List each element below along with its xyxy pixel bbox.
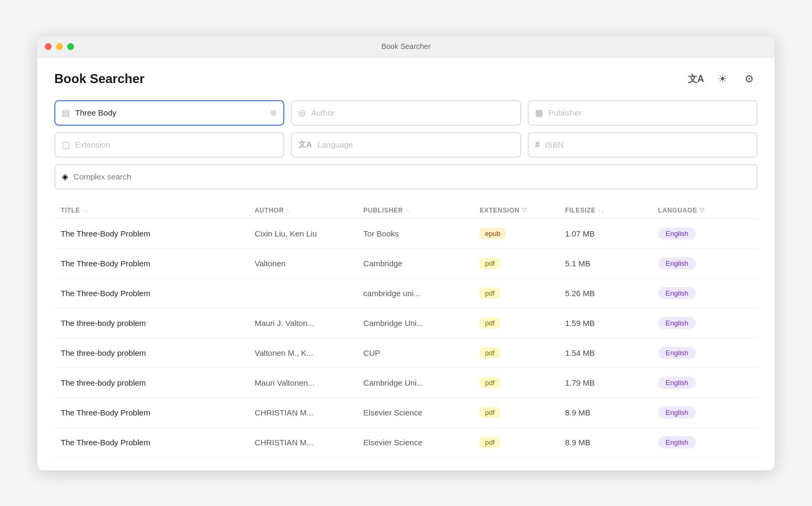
language-badge: English: [658, 227, 696, 240]
maximize-button[interactable]: [67, 43, 74, 50]
extension-badge: pdf: [480, 377, 500, 388]
cell-filesize: 5.1 MB: [565, 259, 658, 268]
publisher-input[interactable]: [548, 108, 750, 117]
extension-badge: pdf: [480, 407, 500, 418]
cell-filesize: 1.54 MB: [565, 348, 658, 357]
app-window: Book Searcher Book Searcher 文A ☀ ⚙ ▤: [37, 36, 775, 470]
extension-icon: ▢: [62, 140, 70, 150]
language-icon: 文A: [298, 140, 312, 150]
cell-language: English: [658, 227, 751, 240]
extension-sort-icon: ▽: [522, 207, 527, 214]
cell-extension: pdf: [480, 377, 565, 388]
cell-extension: pdf: [480, 288, 565, 299]
cell-filesize: 1.59 MB: [565, 319, 658, 328]
cell-language: English: [658, 347, 751, 359]
table-row[interactable]: The three-body problem Mauri Valtonen...…: [54, 368, 758, 398]
table-body: The Three-Body Problem Cixin Liu, Ken Li…: [54, 219, 758, 458]
cell-filesize: 5.26 MB: [565, 289, 658, 298]
language-search-wrap: 文A: [291, 132, 521, 158]
cell-publisher: Cambridge: [363, 259, 480, 268]
cell-publisher: Cambridge Uni...: [363, 378, 480, 387]
cell-publisher: Tor Books: [363, 229, 480, 238]
complex-search-input[interactable]: [73, 172, 750, 181]
clear-title-button[interactable]: ⊗: [270, 108, 277, 118]
extension-badge: epub: [480, 228, 506, 239]
column-publisher[interactable]: PUBLISHER ↑↓: [363, 207, 480, 214]
language-badge: English: [658, 257, 696, 270]
brightness-icon-button[interactable]: ☀: [714, 70, 731, 87]
language-input[interactable]: [317, 140, 513, 149]
settings-icon: ⚙: [744, 72, 754, 85]
header-icons: 文A ☀ ⚙: [687, 70, 758, 87]
cell-author: Mauri J. Valton...: [255, 319, 363, 328]
table-row[interactable]: The Three-Body Problem cambridge uni... …: [54, 279, 758, 308]
cell-filesize: 1.07 MB: [565, 229, 658, 238]
extension-input[interactable]: [75, 140, 277, 149]
cell-publisher: cambridge uni...: [363, 289, 480, 298]
author-input[interactable]: [311, 108, 513, 117]
search-row-1: ▤ ⊗ ◎ ▦: [54, 100, 758, 126]
cell-title: The three-body problem: [61, 319, 255, 328]
table-row[interactable]: The Three-Body Problem Valtonen Cambridg…: [54, 249, 758, 279]
cell-language: English: [658, 377, 751, 389]
title-icon: ▤: [62, 108, 70, 118]
cell-author: Valtonen: [255, 259, 363, 268]
column-author[interactable]: AUTHOR ↑↓: [255, 207, 363, 214]
table-row[interactable]: The three-body problem Valtonen M., K...…: [54, 338, 758, 368]
title-sort-icon: ↑↓: [82, 207, 88, 214]
publisher-sort-icon: ↑↓: [405, 207, 412, 214]
isbn-input[interactable]: [545, 140, 750, 149]
column-extension[interactable]: EXTENSION ▽: [480, 207, 565, 214]
complex-search-row: ◈: [54, 164, 758, 190]
cell-language: English: [658, 317, 751, 329]
close-button[interactable]: [45, 43, 52, 50]
title-input[interactable]: [75, 108, 265, 117]
minimize-button[interactable]: [56, 43, 63, 50]
cell-extension: pdf: [480, 437, 565, 448]
isbn-search-wrap: #: [528, 132, 758, 158]
cell-publisher: Elsevier Science: [363, 438, 480, 447]
cell-language: English: [658, 287, 751, 299]
column-filesize[interactable]: FILESIZE ↑↓: [565, 207, 658, 214]
language-badge: English: [658, 347, 696, 359]
cell-language: English: [658, 257, 751, 270]
cell-title: The Three-Body Problem: [61, 229, 255, 238]
column-title[interactable]: TITLE ↑↓: [61, 207, 255, 214]
cell-title: The Three-Body Problem: [61, 289, 255, 298]
search-row-2: ▢ 文A #: [54, 132, 758, 158]
extension-badge: pdf: [480, 347, 500, 358]
cell-title: The Three-Body Problem: [61, 408, 255, 417]
title-search-wrap: ▤ ⊗: [54, 100, 284, 126]
cell-publisher: Elsevier Science: [363, 408, 480, 417]
complex-search-icon: ◈: [62, 172, 68, 182]
titlebar: Book Searcher: [37, 36, 775, 58]
cell-filesize: 8.9 MB: [565, 438, 658, 447]
extension-badge: pdf: [480, 288, 500, 299]
cell-author: CHRISTIAN M...: [255, 408, 363, 417]
language-badge: English: [658, 317, 696, 329]
settings-icon-button[interactable]: ⚙: [741, 70, 758, 87]
translate-icon-button[interactable]: 文A: [687, 70, 704, 87]
cell-author: Mauri Valtonen...: [255, 378, 363, 387]
language-badge: English: [658, 287, 696, 299]
cell-author: Cixin Liu, Ken Liu: [255, 229, 363, 238]
results-table: TITLE ↑↓ AUTHOR ↑↓ PUBLISHER ↑↓ EXTENSIO…: [54, 202, 758, 458]
table-row[interactable]: The Three-Body Problem CHRISTIAN M... El…: [54, 398, 758, 428]
column-language[interactable]: LANGUAGE ▽: [658, 207, 751, 214]
window-title: Book Searcher: [381, 42, 431, 51]
app-header: Book Searcher 文A ☀ ⚙: [54, 70, 758, 87]
author-search-wrap: ◎: [291, 100, 521, 126]
cell-extension: epub: [480, 228, 565, 239]
cell-title: The three-body problem: [61, 378, 255, 387]
isbn-icon: #: [535, 140, 540, 150]
table-header: TITLE ↑↓ AUTHOR ↑↓ PUBLISHER ↑↓ EXTENSIO…: [54, 202, 758, 219]
translate-icon: 文A: [688, 72, 704, 85]
cell-extension: pdf: [480, 317, 565, 329]
table-row[interactable]: The three-body problem Mauri J. Valton..…: [54, 308, 758, 338]
table-row[interactable]: The Three-Body Problem Cixin Liu, Ken Li…: [54, 219, 758, 249]
language-badge: English: [658, 406, 696, 419]
complex-search-wrap: ◈: [54, 164, 758, 190]
language-sort-icon: ▽: [700, 207, 704, 214]
cell-extension: pdf: [480, 407, 565, 418]
table-row[interactable]: The Three-Body Problem CHRISTIAN M... El…: [54, 428, 758, 458]
